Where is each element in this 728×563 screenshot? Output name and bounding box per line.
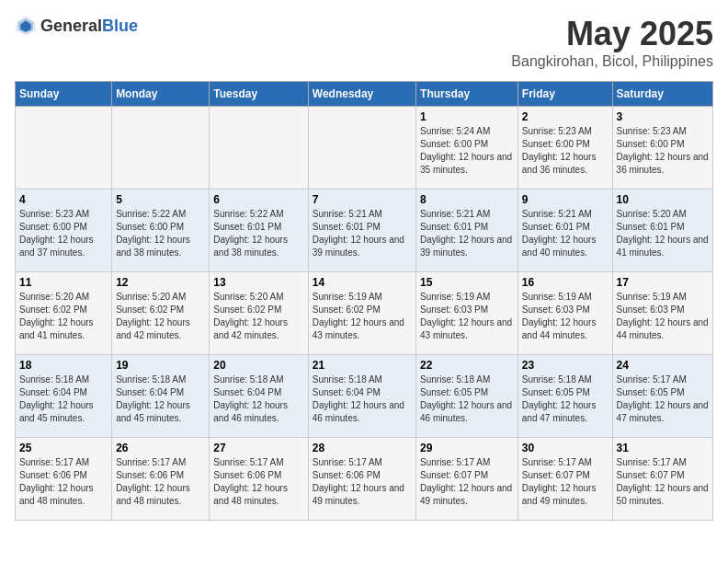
day-info: Sunrise: 5:20 AMSunset: 6:01 PMDaylight:… <box>617 208 709 259</box>
week-row-1: 4Sunrise: 5:23 AMSunset: 6:00 PMDaylight… <box>16 190 713 272</box>
header-wednesday: Wednesday <box>308 82 415 107</box>
day-number: 11 <box>19 276 108 289</box>
day-info: Sunrise: 5:20 AMSunset: 6:02 PMDaylight:… <box>19 291 108 342</box>
header-sunday: Sunday <box>16 82 112 107</box>
calendar-cell-w1-d6: 10Sunrise: 5:20 AMSunset: 6:01 PMDayligh… <box>612 190 712 272</box>
day-number: 27 <box>213 442 303 454</box>
calendar-cell-w3-d5: 23Sunrise: 5:18 AMSunset: 6:05 PMDayligh… <box>518 355 612 438</box>
day-info: Sunrise: 5:24 AMSunset: 6:00 PMDaylight:… <box>420 125 514 177</box>
day-info: Sunrise: 5:20 AMSunset: 6:02 PMDaylight:… <box>116 291 205 342</box>
day-number: 28 <box>313 442 412 454</box>
day-number: 1 <box>420 110 514 123</box>
day-number: 22 <box>420 359 514 372</box>
day-info: Sunrise: 5:22 AMSunset: 6:01 PMDaylight:… <box>213 208 303 259</box>
calendar-cell-w1-d4: 8Sunrise: 5:21 AMSunset: 6:01 PMDaylight… <box>416 190 518 272</box>
calendar-cell-w1-d2: 6Sunrise: 5:22 AMSunset: 6:01 PMDaylight… <box>210 190 308 272</box>
week-row-3: 18Sunrise: 5:18 AMSunset: 6:04 PMDayligh… <box>16 355 713 438</box>
calendar-cell-w2-d1: 12Sunrise: 5:20 AMSunset: 6:02 PMDayligh… <box>112 272 210 355</box>
day-number: 17 <box>617 276 709 289</box>
calendar-cell-w3-d3: 21Sunrise: 5:18 AMSunset: 6:04 PMDayligh… <box>308 355 415 438</box>
day-number: 26 <box>116 442 205 454</box>
calendar-cell-w2-d3: 14Sunrise: 5:19 AMSunset: 6:02 PMDayligh… <box>308 272 415 355</box>
calendar-cell-w0-d2 <box>210 107 308 190</box>
day-info: Sunrise: 5:23 AMSunset: 6:00 PMDaylight:… <box>19 208 108 259</box>
logo: GeneralBlue <box>15 15 138 37</box>
day-info: Sunrise: 5:17 AMSunset: 6:05 PMDaylight:… <box>617 373 709 425</box>
page-header: GeneralBlue May 2025 Bangkirohan, Bicol,… <box>15 15 713 70</box>
day-number: 25 <box>19 442 108 454</box>
day-info: Sunrise: 5:18 AMSunset: 6:05 PMDaylight:… <box>420 373 514 425</box>
logo-text: GeneralBlue <box>40 17 138 36</box>
calendar-cell-w4-d3: 28Sunrise: 5:17 AMSunset: 6:06 PMDayligh… <box>308 438 415 521</box>
day-number: 31 <box>617 442 709 454</box>
calendar-cell-w3-d2: 20Sunrise: 5:18 AMSunset: 6:04 PMDayligh… <box>210 355 308 438</box>
day-info: Sunrise: 5:18 AMSunset: 6:04 PMDaylight:… <box>313 373 412 425</box>
page-title: May 2025 <box>511 15 713 53</box>
day-info: Sunrise: 5:18 AMSunset: 6:04 PMDaylight:… <box>19 373 108 425</box>
calendar-cell-w4-d5: 30Sunrise: 5:17 AMSunset: 6:07 PMDayligh… <box>518 438 612 521</box>
week-row-0: 1Sunrise: 5:24 AMSunset: 6:00 PMDaylight… <box>16 107 713 190</box>
day-info: Sunrise: 5:17 AMSunset: 6:07 PMDaylight:… <box>522 456 609 508</box>
logo-icon <box>15 15 37 37</box>
week-row-2: 11Sunrise: 5:20 AMSunset: 6:02 PMDayligh… <box>16 272 713 355</box>
day-number: 12 <box>116 276 205 289</box>
title-area: May 2025 Bangkirohan, Bicol, Philippines <box>511 15 713 70</box>
calendar-cell-w0-d1 <box>112 107 210 190</box>
weekday-header-row: Sunday Monday Tuesday Wednesday Thursday… <box>16 82 713 107</box>
day-number: 29 <box>420 442 514 454</box>
day-number: 9 <box>522 193 609 206</box>
day-info: Sunrise: 5:22 AMSunset: 6:00 PMDaylight:… <box>116 208 205 259</box>
logo-general: General <box>40 17 102 35</box>
calendar-cell-w1-d5: 9Sunrise: 5:21 AMSunset: 6:01 PMDaylight… <box>518 190 612 272</box>
day-info: Sunrise: 5:23 AMSunset: 6:00 PMDaylight:… <box>617 125 709 177</box>
week-row-4: 25Sunrise: 5:17 AMSunset: 6:06 PMDayligh… <box>16 438 713 521</box>
day-number: 13 <box>213 276 303 289</box>
day-info: Sunrise: 5:20 AMSunset: 6:02 PMDaylight:… <box>213 291 303 342</box>
calendar-cell-w4-d1: 26Sunrise: 5:17 AMSunset: 6:06 PMDayligh… <box>112 438 210 521</box>
day-info: Sunrise: 5:21 AMSunset: 6:01 PMDaylight:… <box>313 208 412 259</box>
day-number: 30 <box>522 442 609 454</box>
day-info: Sunrise: 5:18 AMSunset: 6:05 PMDaylight:… <box>522 373 609 425</box>
calendar-cell-w2-d6: 17Sunrise: 5:19 AMSunset: 6:03 PMDayligh… <box>612 272 712 355</box>
day-number: 4 <box>19 193 108 206</box>
calendar-cell-w3-d6: 24Sunrise: 5:17 AMSunset: 6:05 PMDayligh… <box>612 355 712 438</box>
calendar-cell-w3-d1: 19Sunrise: 5:18 AMSunset: 6:04 PMDayligh… <box>112 355 210 438</box>
day-number: 16 <box>522 276 609 289</box>
calendar-cell-w0-d4: 1Sunrise: 5:24 AMSunset: 6:00 PMDaylight… <box>416 107 518 190</box>
calendar-cell-w0-d3 <box>308 107 415 190</box>
day-number: 5 <box>116 193 205 206</box>
calendar-cell-w4-d6: 31Sunrise: 5:17 AMSunset: 6:07 PMDayligh… <box>612 438 712 521</box>
day-number: 21 <box>313 359 412 372</box>
day-info: Sunrise: 5:17 AMSunset: 6:06 PMDaylight:… <box>313 456 412 508</box>
calendar-cell-w2-d4: 15Sunrise: 5:19 AMSunset: 6:03 PMDayligh… <box>416 272 518 355</box>
day-info: Sunrise: 5:23 AMSunset: 6:00 PMDaylight:… <box>522 125 609 177</box>
day-info: Sunrise: 5:21 AMSunset: 6:01 PMDaylight:… <box>420 208 514 259</box>
header-monday: Monday <box>112 82 210 107</box>
day-number: 18 <box>19 359 108 372</box>
day-info: Sunrise: 5:17 AMSunset: 6:06 PMDaylight:… <box>116 456 205 508</box>
calendar-cell-w1-d0: 4Sunrise: 5:23 AMSunset: 6:00 PMDaylight… <box>16 190 112 272</box>
day-info: Sunrise: 5:21 AMSunset: 6:01 PMDaylight:… <box>522 208 609 259</box>
calendar-cell-w1-d1: 5Sunrise: 5:22 AMSunset: 6:00 PMDaylight… <box>112 190 210 272</box>
day-number: 7 <box>313 193 412 206</box>
calendar-cell-w3-d0: 18Sunrise: 5:18 AMSunset: 6:04 PMDayligh… <box>16 355 112 438</box>
day-info: Sunrise: 5:19 AMSunset: 6:03 PMDaylight:… <box>522 291 609 342</box>
header-tuesday: Tuesday <box>210 82 308 107</box>
logo-blue: Blue <box>102 17 138 35</box>
calendar-cell-w2-d5: 16Sunrise: 5:19 AMSunset: 6:03 PMDayligh… <box>518 272 612 355</box>
day-info: Sunrise: 5:19 AMSunset: 6:03 PMDaylight:… <box>617 291 709 342</box>
day-info: Sunrise: 5:19 AMSunset: 6:03 PMDaylight:… <box>420 291 514 342</box>
calendar-cell-w3-d4: 22Sunrise: 5:18 AMSunset: 6:05 PMDayligh… <box>416 355 518 438</box>
day-info: Sunrise: 5:17 AMSunset: 6:06 PMDaylight:… <box>19 456 108 508</box>
day-info: Sunrise: 5:19 AMSunset: 6:02 PMDaylight:… <box>313 291 412 342</box>
calendar-cell-w4-d2: 27Sunrise: 5:17 AMSunset: 6:06 PMDayligh… <box>210 438 308 521</box>
day-number: 23 <box>522 359 609 372</box>
day-info: Sunrise: 5:18 AMSunset: 6:04 PMDaylight:… <box>116 373 205 425</box>
calendar-cell-w0-d0 <box>16 107 112 190</box>
header-thursday: Thursday <box>416 82 518 107</box>
day-info: Sunrise: 5:17 AMSunset: 6:07 PMDaylight:… <box>617 456 709 508</box>
day-number: 10 <box>617 193 709 206</box>
day-number: 14 <box>313 276 412 289</box>
calendar-cell-w2-d2: 13Sunrise: 5:20 AMSunset: 6:02 PMDayligh… <box>210 272 308 355</box>
day-number: 20 <box>213 359 303 372</box>
